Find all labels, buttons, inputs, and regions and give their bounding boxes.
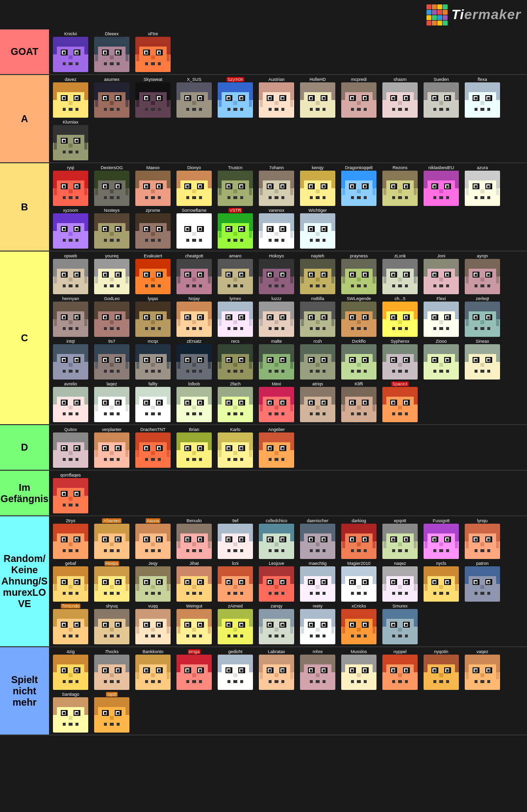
player-card[interactable]: Dionyo	[175, 165, 214, 206]
player-card[interactable]: lynqu	[463, 518, 502, 559]
player-card[interactable]: Sypherox	[380, 339, 420, 380]
player-card[interactable]: Dleeex	[92, 31, 131, 72]
player-card[interactable]: Timtcndo	[51, 604, 90, 644]
player-card[interactable]: Knickii	[51, 31, 90, 72]
player-card[interactable]: Albanien	[92, 518, 131, 559]
player-card[interactable]: nycls	[422, 561, 461, 602]
player-card[interactable]: xFtre	[133, 31, 173, 72]
player-card[interactable]: nyppel	[380, 649, 420, 690]
player-card[interactable]: Hokoyo	[257, 254, 296, 294]
player-card[interactable]: Karlo	[216, 427, 255, 468]
player-card[interactable]: VSTR	[216, 208, 255, 249]
player-card[interactable]: gedicht	[216, 649, 255, 690]
player-card[interactable]: amaro	[216, 254, 255, 294]
player-card[interactable]: 2fach	[216, 381, 255, 422]
player-card[interactable]: luzzz	[257, 296, 296, 337]
player-card[interactable]: niklasbestEU	[422, 165, 461, 206]
player-card[interactable]: rodtilla	[298, 296, 337, 337]
player-card[interactable]: Weingut	[175, 604, 214, 644]
player-card[interactable]: patron	[463, 561, 502, 602]
player-card[interactable]: Flexi	[422, 296, 461, 337]
player-card[interactable]: recs	[216, 339, 255, 380]
player-card[interactable]: Quitox	[51, 427, 90, 468]
player-card[interactable]: 2trys	[51, 518, 90, 559]
player-card[interactable]: naqez	[380, 561, 420, 602]
player-card[interactable]: fallty	[133, 381, 173, 422]
player-card[interactable]: davez	[51, 77, 90, 118]
player-card[interactable]: Bankkonto	[133, 649, 173, 690]
player-card[interactable]: varenox	[257, 208, 296, 249]
player-card[interactable]: lcni	[216, 561, 255, 602]
player-card[interactable]: nyqotin	[422, 649, 461, 690]
player-card[interactable]: Labratax	[257, 649, 296, 690]
player-card[interactable]: asumex	[92, 77, 131, 118]
player-card[interactable]: Magier2010	[339, 561, 378, 602]
player-card[interactable]: lymex	[216, 296, 255, 337]
player-card[interactable]: cxlledchico	[257, 518, 296, 559]
player-card[interactable]: mhre	[298, 649, 337, 690]
player-card[interactable]: ryqi	[51, 165, 90, 206]
player-card[interactable]: opweb	[51, 254, 90, 294]
player-card[interactable]: Jihat	[175, 561, 214, 602]
player-card[interactable]: Hoeps	[92, 561, 131, 602]
player-card[interactable]: Leojuve	[257, 561, 296, 602]
player-card[interactable]: darkiog	[339, 518, 378, 559]
player-card[interactable]: Szym0n	[216, 77, 255, 118]
player-card[interactable]: DrachenTNT	[133, 427, 173, 468]
player-card[interactable]: azura	[463, 165, 502, 206]
player-card[interactable]: zerleqt	[463, 296, 502, 337]
player-card[interactable]: prayness	[339, 254, 378, 294]
player-card[interactable]: reety	[298, 604, 337, 644]
player-card[interactable]: 9ef	[216, 518, 255, 559]
player-card[interactable]: qornflaqes	[51, 473, 90, 513]
player-card[interactable]: kenqy	[298, 165, 337, 206]
player-card[interactable]: Sueden	[422, 77, 461, 118]
player-card[interactable]: Joni	[422, 254, 461, 294]
player-card[interactable]: DextersOG	[92, 165, 131, 206]
player-card[interactable]: gebaf	[51, 561, 90, 602]
player-card[interactable]: Smurex	[380, 604, 420, 644]
player-card[interactable]: Trustcn	[216, 165, 255, 206]
player-card[interactable]: mcqx	[133, 339, 173, 380]
player-card[interactable]: Klumiax	[51, 120, 90, 160]
player-card[interactable]: Benudo	[175, 518, 214, 559]
player-card[interactable]: intqt	[51, 339, 90, 380]
player-card[interactable]: Mexi	[257, 381, 296, 422]
player-card[interactable]: Rezons	[380, 165, 420, 206]
player-card[interactable]: zAimed	[216, 604, 255, 644]
player-card[interactable]: atriqs	[298, 381, 337, 422]
player-card[interactable]: malte	[257, 339, 296, 380]
player-card[interactable]: ayrqn	[463, 254, 502, 294]
player-card[interactable]: Kliffi	[339, 381, 378, 422]
player-card[interactable]: xyzoom	[51, 208, 90, 249]
player-card[interactable]: hennyan	[51, 296, 90, 337]
player-card[interactable]: xCricks	[339, 604, 378, 644]
player-card[interactable]: Austrian	[257, 77, 296, 118]
player-card[interactable]: xqott	[92, 692, 131, 733]
player-card[interactable]: Dragontoqqelt	[339, 165, 378, 206]
player-card[interactable]: daenischer	[298, 518, 337, 559]
player-card[interactable]: Sorrowflame	[175, 208, 214, 249]
player-card[interactable]: avrelio	[51, 381, 90, 422]
player-card[interactable]: verplanter	[92, 427, 131, 468]
player-card[interactable]: Skysweat	[133, 77, 173, 118]
player-card[interactable]: zLxnk	[380, 254, 420, 294]
player-card[interactable]: youreq	[92, 254, 131, 294]
player-card[interactable]: Nojay	[175, 296, 214, 337]
player-card[interactable]: X_SUS	[175, 77, 214, 118]
player-card[interactable]: Nxsteys	[92, 208, 131, 249]
player-card[interactable]: Musslos	[339, 649, 378, 690]
player-card[interactable]: HolleHD	[298, 77, 337, 118]
player-card[interactable]: shasm	[380, 77, 420, 118]
player-card[interactable]: zanqy	[257, 604, 296, 644]
player-card[interactable]: epqott	[380, 518, 420, 559]
player-card[interactable]: shyuq	[92, 604, 131, 644]
player-card[interactable]: Jeqy	[133, 561, 173, 602]
player-card[interactable]: Fussgott	[422, 518, 461, 559]
player-card[interactable]: Ziooo	[422, 339, 461, 380]
player-card[interactable]: Dxrkflo	[339, 339, 378, 380]
player-card[interactable]: Angeber	[257, 427, 296, 468]
player-card[interactable]: laqez	[92, 381, 131, 422]
player-card[interactable]: GodLeo	[92, 296, 131, 337]
player-card[interactable]: cheatgott	[175, 254, 214, 294]
